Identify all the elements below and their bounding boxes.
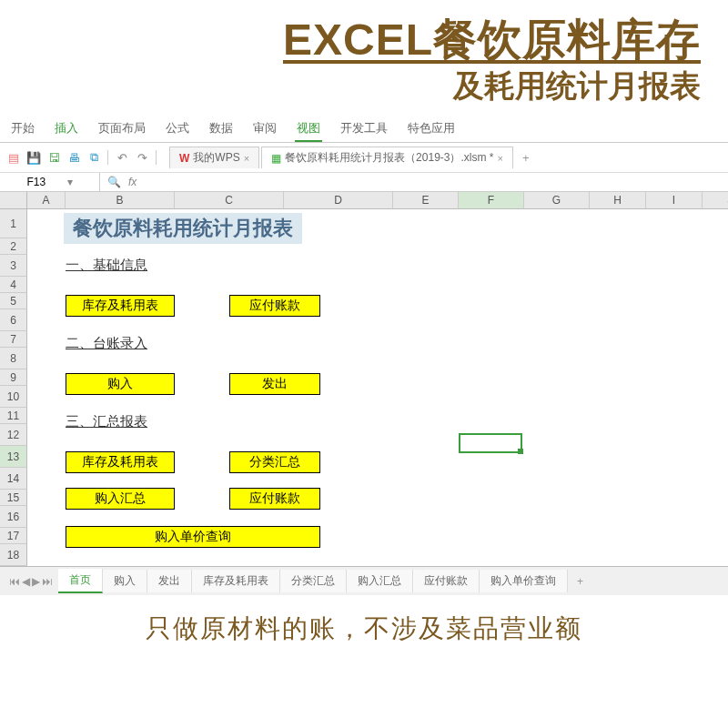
btn-inventory-consume-2[interactable]: 库存及耗用表 bbox=[66, 451, 175, 473]
btn-purchase[interactable]: 购入 bbox=[66, 373, 175, 395]
first-sheet-icon[interactable]: ⏮ bbox=[9, 575, 20, 588]
wps-icon: W bbox=[179, 152, 189, 165]
col-header[interactable]: E bbox=[393, 192, 459, 209]
btn-category-sum[interactable]: 分类汇总 bbox=[229, 451, 320, 473]
row-header[interactable]: 13 bbox=[0, 446, 27, 468]
doc-tab-file-label: 餐饮原料耗用统计月报表（2019-3）.xlsm * bbox=[285, 150, 493, 166]
excel-icon: ▦ bbox=[271, 152, 281, 165]
row-header[interactable]: 12 bbox=[0, 424, 27, 446]
col-header[interactable]: D bbox=[284, 192, 393, 209]
btn-inventory-consume[interactable]: 库存及耗用表 bbox=[66, 295, 175, 317]
sheet-nav: ⏮ ◀ ▶ ⏭ bbox=[4, 575, 58, 588]
row-header[interactable]: 14 bbox=[0, 468, 27, 490]
tab-dev[interactable]: 开发工具 bbox=[339, 116, 389, 142]
col-header[interactable]: J bbox=[703, 192, 728, 209]
btn-payable[interactable]: 应付账款 bbox=[229, 295, 320, 317]
tab-formula[interactable]: 公式 bbox=[164, 116, 191, 142]
chevron-down-icon[interactable]: ▾ bbox=[67, 176, 73, 188]
search-icon[interactable]: 🔍 bbox=[107, 176, 121, 188]
sheet-tab-purchase-sum[interactable]: 购入汇总 bbox=[347, 570, 413, 592]
sheet-tab-home[interactable]: 首页 bbox=[58, 569, 103, 593]
btn-issue[interactable]: 发出 bbox=[229, 373, 320, 395]
col-header[interactable]: B bbox=[66, 192, 175, 209]
prev-sheet-icon[interactable]: ◀ bbox=[22, 575, 30, 588]
tab-layout[interactable]: 页面布局 bbox=[96, 116, 147, 142]
tab-start[interactable]: 开始 bbox=[9, 116, 36, 142]
section-3-title: 三、汇总报表 bbox=[66, 413, 147, 430]
row-header[interactable]: 11 bbox=[0, 408, 27, 424]
next-sheet-icon[interactable]: ▶ bbox=[32, 575, 40, 588]
name-box[interactable]: F13 ▾ bbox=[0, 173, 100, 191]
row-header[interactable]: 6 bbox=[0, 309, 27, 331]
col-header[interactable]: G bbox=[524, 192, 590, 209]
fill-handle[interactable] bbox=[518, 449, 523, 454]
row-header[interactable]: 4 bbox=[0, 277, 27, 293]
sheet-tab-category[interactable]: 分类汇总 bbox=[280, 570, 347, 592]
row-header[interactable]: 7 bbox=[0, 331, 27, 348]
row-header[interactable]: 5 bbox=[0, 293, 27, 309]
footer-caption: 只做原材料的账，不涉及菜品营业额 bbox=[0, 595, 728, 662]
saveas-icon[interactable]: 🖫 bbox=[46, 149, 62, 166]
row-header[interactable]: 1 bbox=[0, 209, 27, 238]
formula-bar: F13 ▾ 🔍 fx bbox=[0, 173, 728, 192]
select-all-corner[interactable] bbox=[0, 192, 27, 209]
tab-view[interactable]: 视图 bbox=[295, 116, 322, 142]
row-header[interactable]: 15 bbox=[0, 490, 27, 506]
banner-title: EXCEL餐饮原料库存 bbox=[0, 11, 728, 69]
tab-data[interactable]: 数据 bbox=[207, 116, 235, 142]
col-header[interactable]: F bbox=[459, 192, 524, 209]
tab-insert[interactable]: 插入 bbox=[53, 116, 80, 142]
sheet-tab-bar: ⏮ ◀ ▶ ⏭ 首页 购入 发出 库存及耗用表 分类汇总 购入汇总 应付账款 购… bbox=[0, 566, 728, 595]
spreadsheet-grid: 1 2 3 4 5 6 7 8 9 10 11 12 13 14 15 16 1… bbox=[0, 192, 728, 566]
sheet-tab-price-query[interactable]: 购入单价查询 bbox=[480, 570, 568, 592]
row-header[interactable]: 8 bbox=[0, 348, 27, 369]
btn-price-query[interactable]: 购入单价查询 bbox=[66, 526, 320, 548]
btn-purchase-sum[interactable]: 购入汇总 bbox=[66, 488, 175, 510]
tab-review[interactable]: 审阅 bbox=[251, 116, 278, 142]
sheet-tab-issue[interactable]: 发出 bbox=[147, 570, 192, 592]
add-tab-icon[interactable]: + bbox=[515, 149, 537, 167]
row-header[interactable]: 18 bbox=[0, 544, 27, 566]
name-box-value: F13 bbox=[26, 176, 46, 188]
btn-payable-2[interactable]: 应付账款 bbox=[229, 488, 320, 510]
row-header[interactable]: 2 bbox=[0, 238, 27, 255]
last-sheet-icon[interactable]: ⏭ bbox=[42, 575, 53, 588]
print-icon[interactable]: 🖶 bbox=[66, 149, 82, 166]
row-header[interactable]: 3 bbox=[0, 255, 27, 277]
add-sheet-icon[interactable]: + bbox=[568, 571, 592, 592]
undo-icon[interactable]: ↶ bbox=[114, 149, 130, 166]
top-banner: EXCEL餐饮原料库存 及耗用统计月报表 bbox=[0, 0, 728, 111]
doc-tab-wps[interactable]: W 我的WPS × bbox=[169, 147, 259, 168]
doc-tab-file[interactable]: ▦ 餐饮原料耗用统计月报表（2019-3）.xlsm * × bbox=[261, 147, 513, 168]
close-icon[interactable]: × bbox=[497, 153, 502, 164]
doc-tab-wps-label: 我的WPS bbox=[193, 150, 239, 166]
tab-special[interactable]: 特色应用 bbox=[406, 116, 457, 142]
redo-icon[interactable]: ↷ bbox=[134, 149, 150, 166]
sheet-title: 餐饮原料耗用统计月报表 bbox=[64, 213, 302, 244]
col-header[interactable]: H bbox=[590, 192, 646, 209]
document-tabs: W 我的WPS × ▦ 餐饮原料耗用统计月报表（2019-3）.xlsm * ×… bbox=[169, 147, 537, 168]
preview-icon[interactable]: ⧉ bbox=[86, 149, 102, 166]
new-icon[interactable]: ▤ bbox=[5, 149, 22, 166]
row-headers: 1 2 3 4 5 6 7 8 9 10 11 12 13 14 15 16 1… bbox=[0, 209, 27, 566]
col-header[interactable]: C bbox=[175, 192, 284, 209]
cell-area[interactable]: 餐饮原料耗用统计月报表 一、基础信息 库存及耗用表 应付账款 二、台账录入 购入… bbox=[27, 209, 728, 566]
fx-area[interactable]: 🔍 fx bbox=[100, 176, 728, 188]
row-header[interactable]: 17 bbox=[0, 528, 27, 544]
col-headers: A B C D E F G H I J bbox=[27, 192, 728, 209]
row-header[interactable]: 16 bbox=[0, 506, 27, 528]
row-header[interactable]: 9 bbox=[0, 369, 27, 386]
sheet-tab-inventory[interactable]: 库存及耗用表 bbox=[192, 570, 280, 592]
sheet-tab-payable[interactable]: 应付账款 bbox=[413, 570, 480, 592]
banner-subtitle: 及耗用统计月报表 bbox=[0, 66, 728, 107]
col-header[interactable]: A bbox=[27, 192, 66, 209]
close-icon[interactable]: × bbox=[244, 153, 249, 164]
section-1-title: 一、基础信息 bbox=[66, 257, 147, 274]
fx-icon[interactable]: fx bbox=[128, 176, 136, 188]
section-2-title: 二、台账录入 bbox=[66, 335, 147, 352]
active-cell[interactable] bbox=[459, 433, 522, 453]
row-header[interactable]: 10 bbox=[0, 386, 27, 408]
save-icon[interactable]: 💾 bbox=[25, 149, 42, 166]
col-header[interactable]: I bbox=[646, 192, 703, 209]
sheet-tab-purchase[interactable]: 购入 bbox=[103, 570, 147, 592]
